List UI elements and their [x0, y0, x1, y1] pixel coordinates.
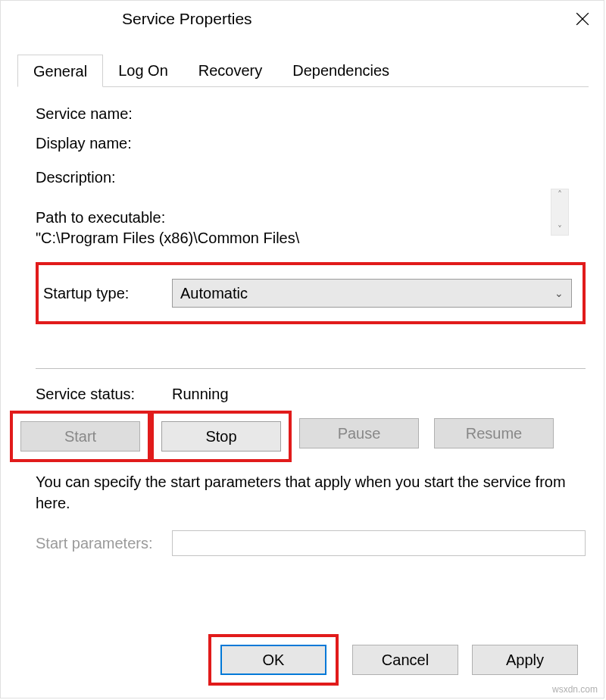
pause-button: Pause	[299, 418, 419, 448]
tab-logon[interactable]: Log On	[103, 55, 183, 87]
startup-type-dropdown[interactable]: Automatic ⌄	[172, 279, 572, 308]
stop-button[interactable]: Stop	[161, 421, 281, 452]
scroll-up-icon: ˄	[558, 189, 562, 200]
tab-general[interactable]: General	[17, 55, 103, 87]
chevron-down-icon: ⌄	[554, 287, 564, 299]
separator	[36, 368, 586, 369]
ok-button-highlight: OK	[208, 634, 339, 686]
start-parameters-label: Start parameters:	[36, 535, 172, 552]
path-label: Path to executable:	[36, 209, 586, 227]
tab-recovery[interactable]: Recovery	[183, 55, 277, 87]
scroll-down-icon: ˅	[558, 224, 562, 235]
cancel-button[interactable]: Cancel	[352, 645, 458, 675]
close-button[interactable]	[561, 1, 604, 37]
start-parameters-input	[172, 530, 586, 556]
service-status-label: Service status:	[36, 386, 172, 403]
tab-dependencies[interactable]: Dependencies	[277, 55, 405, 87]
startup-type-label: Startup type:	[20, 285, 172, 302]
ok-button[interactable]: OK	[220, 645, 326, 675]
titlebar: Service Properties	[1, 1, 604, 37]
service-name-label: Service name:	[36, 105, 172, 123]
watermark: wsxdn.com	[552, 684, 598, 695]
apply-button[interactable]: Apply	[472, 645, 578, 675]
tab-strip: General Log On Recovery Dependencies	[17, 54, 589, 87]
display-name-label: Display name:	[36, 135, 172, 152]
dialog-footer: OK Cancel Apply	[208, 634, 578, 686]
description-scrollbar[interactable]: ˄ ˅	[551, 189, 569, 236]
window-title: Service Properties	[122, 10, 252, 28]
resume-button: Resume	[434, 418, 554, 448]
service-properties-dialog: Service Properties General Log On Recove…	[0, 0, 604, 698]
description-label: Description:	[36, 169, 172, 186]
close-icon	[576, 12, 589, 26]
start-button-highlight: Start	[10, 411, 151, 462]
startup-type-highlight: Startup type: Automatic ⌄	[36, 262, 586, 324]
service-status-value: Running	[172, 386, 229, 403]
path-value: "C:\Program Files (x86)\Common Files\	[36, 230, 586, 247]
start-button: Start	[20, 421, 140, 452]
stop-button-highlight: Stop	[151, 411, 292, 462]
start-params-note: You can specify the start parameters tha…	[36, 471, 586, 514]
startup-type-value: Automatic	[180, 285, 248, 302]
content-area: Service name: Display name: Description:…	[1, 87, 604, 564]
